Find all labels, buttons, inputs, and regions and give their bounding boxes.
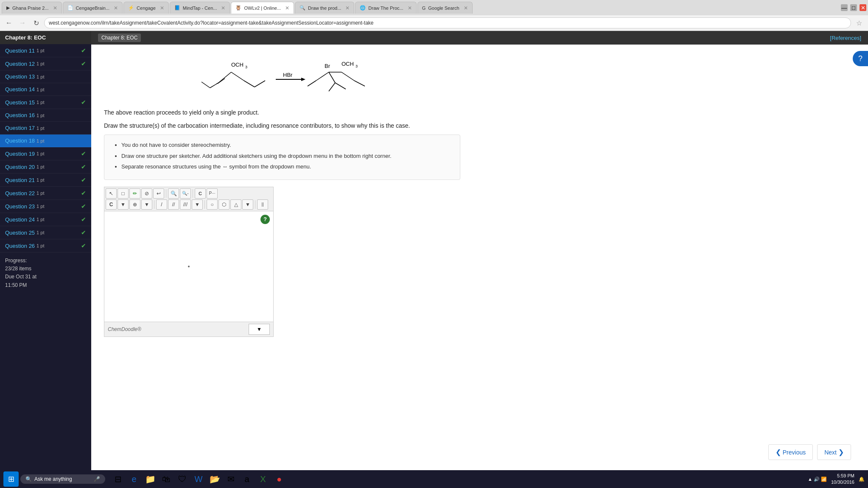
svg-text:3: 3 <box>245 65 247 69</box>
back-btn[interactable]: ← <box>3 17 14 28</box>
tool-shape-dropdown[interactable]: ▼ <box>242 199 253 210</box>
address-bar[interactable] <box>44 17 851 28</box>
taskbar-time: 5:59 PM 10/30/2016 <box>831 473 854 486</box>
sidebar-item-q21[interactable]: Question 211 pt✔ <box>0 174 91 187</box>
tab-close[interactable]: ✕ <box>345 5 350 11</box>
next-btn[interactable]: Next ❯ <box>817 444 851 460</box>
tool-lasso[interactable]: ⊘ <box>141 188 152 199</box>
previous-btn[interactable]: ❮ Previous <box>768 444 813 460</box>
tool-triangle[interactable]: △ <box>230 199 241 210</box>
tool-format[interactable]: || <box>257 199 268 210</box>
sidebar-item-q14[interactable]: Question 141 pt <box>0 83 91 96</box>
reaction-svg: OCH 3 HBr <box>176 57 388 100</box>
bookmark-btn[interactable]: ☆ <box>854 17 865 28</box>
tool-arrow[interactable]: ↖ <box>106 188 117 199</box>
sidebar-item-q23[interactable]: Question 231 pt✔ <box>0 200 91 213</box>
sidebar-item-q26[interactable]: Question 261 pt✔ <box>0 239 91 252</box>
sidebar-item-pts: 1 pt <box>36 126 44 131</box>
sidebar-item-label: Question 20 <box>5 164 35 170</box>
tab-icon: ▶ <box>6 5 10 11</box>
sidebar-item-q22[interactable]: Question 221 pt✔ <box>0 187 91 200</box>
taskbar-search[interactable]: 🔍 Ask me anything 🎤 <box>20 474 105 484</box>
tool-bond-triple[interactable]: /// <box>180 199 191 210</box>
sidebar-item-q15[interactable]: Question 151 pt✔ <box>0 96 91 109</box>
tab-tab2[interactable]: 📄CengageBrain...✕ <box>63 2 123 14</box>
start-btn[interactable]: ⊞ <box>3 471 19 487</box>
chrome-btn[interactable]: ● <box>272 471 287 487</box>
tool-hex[interactable]: ⬡ <box>218 199 230 210</box>
minimize-btn[interactable]: — <box>841 4 848 11</box>
tool-zoom-out[interactable]: 🔍- <box>180 188 191 199</box>
add-sketcher-btn[interactable]: ▼ <box>249 324 270 335</box>
tab-tab7[interactable]: 🌐Draw The Proc...✕ <box>355 2 416 14</box>
sidebar-item-q17[interactable]: Question 171 pt <box>0 122 91 135</box>
close-btn[interactable]: ✕ <box>860 4 866 11</box>
tool-circle[interactable]: ○ <box>207 199 218 210</box>
tool-erase[interactable]: ✏ <box>129 188 140 199</box>
svg-marker-10 <box>301 78 305 81</box>
support-btn[interactable]: ? <box>853 51 868 66</box>
tool-bond-double[interactable]: // <box>168 199 179 210</box>
files-btn[interactable]: 📂 <box>207 471 222 487</box>
mail-btn[interactable]: ✉ <box>223 471 238 487</box>
store-btn[interactable]: 🛍 <box>159 471 174 487</box>
sketcher-canvas[interactable]: ? <box>104 211 273 322</box>
sidebar-item-q16[interactable]: Question 161 pt <box>0 109 91 122</box>
word-btn[interactable]: W <box>191 471 206 487</box>
taskview-btn[interactable]: ⊟ <box>110 471 126 487</box>
sidebar-item-q18[interactable]: Question 181 pt <box>0 135 91 147</box>
tab-tab8[interactable]: GGoogle Search✕ <box>417 2 473 14</box>
tab-close[interactable]: ✕ <box>221 5 225 11</box>
nav-bar: ← → ↻ ☆ <box>0 15 868 31</box>
folder-btn[interactable]: 📁 <box>143 471 158 487</box>
sidebar-item-q19[interactable]: Question 191 pt✔ <box>0 147 91 160</box>
main-container: Chapter 8: EOC Question 111 pt✔Question … <box>0 31 868 488</box>
question-text-2: Draw the structure(s) of the carbocation… <box>104 121 460 130</box>
sidebar-item-q24[interactable]: Question 241 pt✔ <box>0 213 91 226</box>
references-link[interactable]: [References] <box>830 35 861 41</box>
tab-close[interactable]: ✕ <box>408 5 412 11</box>
excel-btn[interactable]: X <box>255 471 271 487</box>
tool-ring-dropdown[interactable]: ▼ <box>141 199 152 210</box>
tab-tab4[interactable]: 📘MindTap - Cen...✕ <box>170 2 230 14</box>
sidebar-item-q11[interactable]: Question 111 pt✔ <box>0 44 91 57</box>
antivirus-btn[interactable]: 🛡 <box>175 471 190 487</box>
sidebar-item-q12[interactable]: Question 121 pt✔ <box>0 57 91 70</box>
tool-bond-single[interactable]: / <box>156 199 167 210</box>
sidebar-item-q20[interactable]: Question 201 pt✔ <box>0 160 91 174</box>
forward-btn[interactable]: → <box>17 17 28 28</box>
chapter-label: Chapter 8: EOC <box>98 34 141 42</box>
sidebar-item-q13[interactable]: Question 131 pt <box>0 70 91 83</box>
tab-tab6[interactable]: 🔍Draw the prod...✕ <box>295 2 354 14</box>
tool-bond-dropdown[interactable]: ▼ <box>192 199 203 210</box>
notification-icon[interactable]: 🔔 <box>859 477 865 482</box>
tab-label: Draw the prod... <box>308 6 341 11</box>
tool-zoom-in[interactable]: 🔍 <box>168 188 179 199</box>
tool-clean[interactable]: C <box>195 188 206 199</box>
tab-icon: 📘 <box>174 5 180 11</box>
instruction-2: Draw one structure per sketcher. Add add… <box>121 152 451 160</box>
tab-tab1[interactable]: ▶Ghana Praise 2...✕ <box>2 2 62 14</box>
tab-close[interactable]: ✕ <box>160 5 164 11</box>
edge-btn[interactable]: e <box>126 471 142 487</box>
tab-close[interactable]: ✕ <box>53 5 57 11</box>
maximize-btn[interactable]: □ <box>850 4 857 11</box>
tool-carbon-dropdown[interactable]: ▼ <box>118 199 129 210</box>
clock: 5:59 PM <box>831 473 854 479</box>
amazon-btn[interactable]: a <box>239 471 255 487</box>
refresh-btn[interactable]: ↻ <box>31 17 42 28</box>
tab-close[interactable]: ✕ <box>114 5 118 11</box>
tab-close[interactable]: ✕ <box>285 5 289 11</box>
sidebar-item-label: Question 26 <box>5 243 35 249</box>
tab-close[interactable]: ✕ <box>464 5 468 11</box>
canvas-help-btn[interactable]: ? <box>260 215 270 224</box>
tool-ring[interactable]: ⊕ <box>129 199 140 210</box>
tool-carbon[interactable]: C <box>106 199 117 210</box>
tool-properties[interactable]: P··· <box>207 188 218 199</box>
tab-tab3[interactable]: ⚡Cengage✕ <box>123 2 169 14</box>
sidebar-item-q25[interactable]: Question 251 pt✔ <box>0 226 91 239</box>
svg-line-6 <box>202 82 210 88</box>
tool-select[interactable]: □ <box>118 188 129 199</box>
tool-undo[interactable]: ↩ <box>153 188 164 199</box>
tab-tab5[interactable]: 🦉OWLv2 | Online...✕ <box>231 2 294 14</box>
